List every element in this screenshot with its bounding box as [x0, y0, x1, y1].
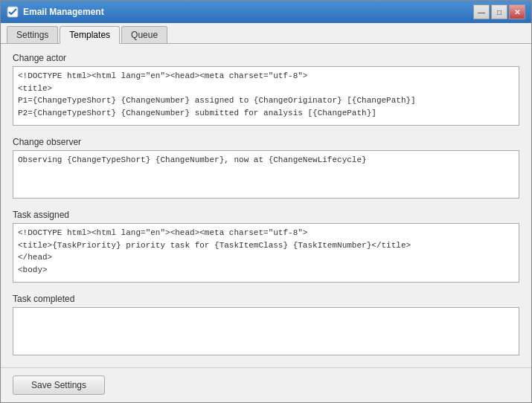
main-window: Email Management — □ ✕ Settings Template…: [0, 0, 532, 403]
task-completed-label: Task completed: [13, 294, 519, 304]
change-observer-textarea[interactable]: Observing {ChangeTypeShort} {ChangeNumbe…: [13, 150, 519, 199]
change-observer-label: Change observer: [13, 137, 519, 147]
task-assigned-label: Task assigned: [13, 210, 519, 220]
window-icon: [7, 6, 19, 18]
tab-templates[interactable]: Templates: [60, 26, 120, 44]
tab-queue[interactable]: Queue: [121, 26, 167, 43]
task-completed-textarea[interactable]: [13, 307, 519, 355]
maximize-button[interactable]: □: [491, 4, 507, 19]
task-completed-section: Task completed: [13, 294, 519, 358]
tab-bar: Settings Templates Queue: [1, 23, 531, 44]
tab-settings[interactable]: Settings: [7, 26, 58, 43]
close-button[interactable]: ✕: [509, 4, 525, 19]
change-actor-label: Change actor: [13, 53, 519, 63]
window-controls: — □ ✕: [473, 4, 525, 19]
footer: Save Settings: [1, 367, 531, 402]
change-actor-textarea[interactable]: <!DOCTYPE html><html lang="en"><head><me…: [13, 66, 519, 126]
main-content: Change actor <!DOCTYPE html><html lang="…: [1, 44, 531, 367]
task-assigned-textarea[interactable]: <!DOCTYPE html><html lang="en"><head><me…: [13, 223, 519, 283]
minimize-button[interactable]: —: [473, 4, 490, 19]
change-observer-section: Change observer Observing {ChangeTypeSho…: [13, 137, 519, 201]
window-title: Email Management: [23, 7, 473, 17]
title-bar: Email Management — □ ✕: [1, 1, 531, 23]
change-actor-section: Change actor <!DOCTYPE html><html lang="…: [13, 53, 519, 128]
task-assigned-section: Task assigned <!DOCTYPE html><html lang=…: [13, 210, 519, 285]
save-settings-button[interactable]: Save Settings: [13, 375, 105, 395]
